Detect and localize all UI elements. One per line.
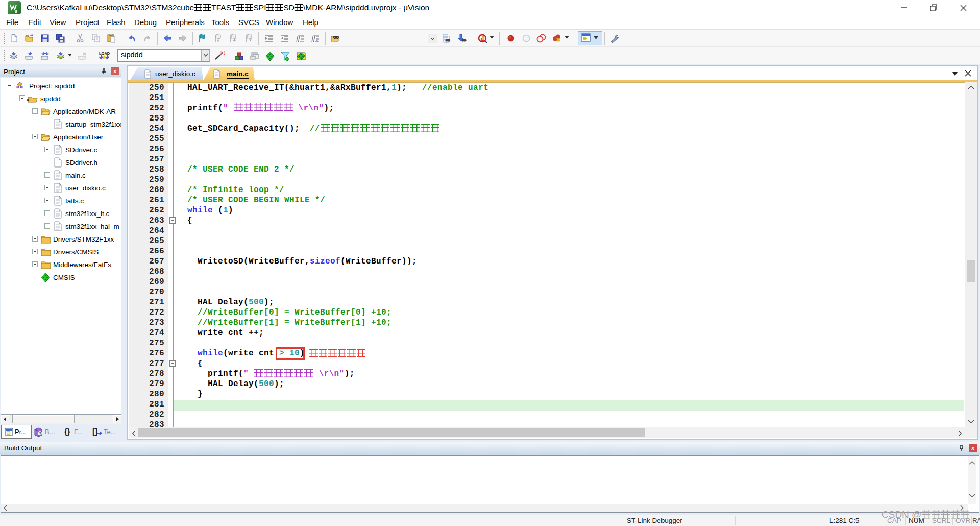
svg-text:s: s [15,9,17,14]
svg-text:LOAD: LOAD [99,51,110,56]
svg-text:?: ? [39,431,42,436]
svg-text:d: d [481,35,484,42]
